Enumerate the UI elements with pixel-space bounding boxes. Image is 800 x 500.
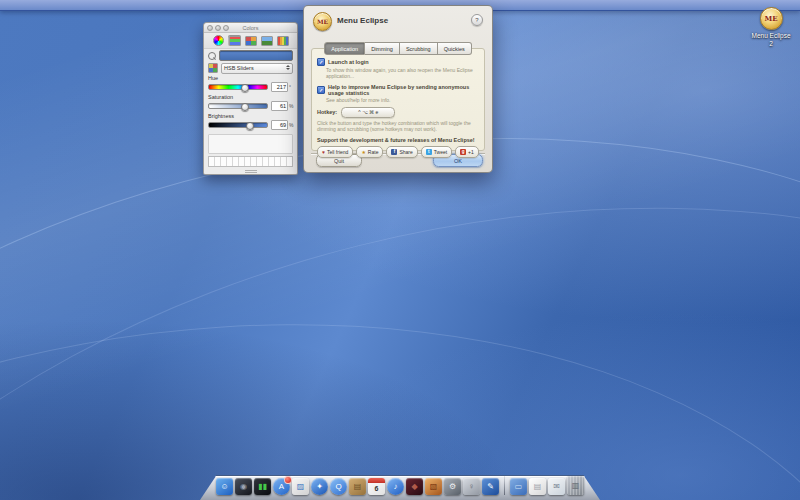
- magnifier-icon[interactable]: [208, 52, 216, 60]
- calendar-dock-icon[interactable]: 6: [368, 478, 385, 495]
- tab-dimming[interactable]: Dimming: [365, 42, 400, 55]
- colors-panel: Colors HSB Sliders Hue217°Saturation61%B…: [203, 22, 298, 175]
- menu-eclipse-window: ME Menu Eclipse ? ApplicationDimmingScru…: [303, 5, 493, 173]
- hue-slider[interactable]: [208, 84, 268, 90]
- safari-dock-icon[interactable]: ✦: [311, 478, 328, 495]
- brightness-unit: %: [289, 122, 293, 128]
- image-palettes-icon[interactable]: [260, 35, 273, 46]
- colors-toolbar: [204, 33, 297, 49]
- utilities-tool-dock-icon[interactable]: ✎: [482, 478, 499, 495]
- colors-title: Colors: [204, 25, 297, 31]
- desktop-icon-label: Menu Eclipse 2: [746, 32, 796, 48]
- hue-label: Hue: [208, 75, 293, 81]
- launch-note: To show this window again, you can also …: [326, 67, 479, 80]
- photos-dock-icon[interactable]: ▧: [425, 478, 442, 495]
- color-well-area: [208, 134, 293, 154]
- hotkey-button[interactable]: ^ ⌥ ⌘ e: [341, 107, 395, 118]
- slider-mode-value: HSB Sliders: [224, 65, 254, 71]
- photo-booth-dock-icon[interactable]: ◉: [235, 478, 252, 495]
- saturation-slider-thumb[interactable]: [241, 103, 249, 111]
- activity-monitor-dock-icon[interactable]: ▮▮: [254, 478, 271, 495]
- sliders: Hue217°Saturation61%Brightness69%: [204, 74, 297, 132]
- hue-unit: °: [289, 84, 293, 90]
- documents-folder-dock-icon[interactable]: ▭: [510, 478, 527, 495]
- rate-icon: ★: [361, 150, 365, 155]
- support-tweet-button[interactable]: tTweet: [421, 146, 452, 158]
- slider-mode-select[interactable]: HSB Sliders: [221, 63, 293, 74]
- app-icon-monogram: ME: [764, 14, 777, 23]
- swatch-grid: [208, 156, 293, 167]
- brightness-label: Brightness: [208, 113, 293, 119]
- mail-window-dock-icon[interactable]: ✉: [548, 478, 565, 495]
- window-titlebar[interactable]: ME Menu Eclipse ?: [304, 6, 492, 38]
- saturation-unit: %: [289, 103, 293, 109]
- document-stack-dock-icon[interactable]: ▤: [529, 478, 546, 495]
- tab-quickies[interactable]: Quickies: [438, 42, 472, 55]
- stats-note: See about/help for more info.: [326, 97, 479, 103]
- color-palettes-icon[interactable]: [244, 35, 257, 46]
- brightness-slider[interactable]: [208, 122, 268, 128]
- current-color-swatch[interactable]: [219, 50, 293, 61]
- support-buttons: ♥Tell friend★RatefSharetTweetg+1: [317, 146, 479, 158]
- tweet-icon: t: [426, 149, 432, 155]
- share-icon: f: [391, 149, 397, 155]
- tell-friend-icon: ♥: [322, 150, 325, 155]
- trash-dock-icon[interactable]: ▥: [567, 476, 584, 495]
- itunes-dock-icon[interactable]: ♪: [387, 478, 404, 495]
- select-arrows-icon: [286, 65, 290, 70]
- support-tell-friend-button[interactable]: ♥Tell friend: [317, 146, 353, 158]
- hue-slider-thumb[interactable]: [241, 84, 249, 92]
- finder-dock-icon[interactable]: ☺: [216, 478, 233, 495]
- usage-statistics-label: Help to improve Menu Eclipse by sending …: [328, 84, 479, 96]
- hotkey-row: Hotkey: ^ ⌥ ⌘ e: [317, 107, 479, 118]
- launch-at-login-checkbox[interactable]: ✓: [317, 58, 325, 66]
- resize-handle[interactable]: [204, 168, 297, 174]
- tab-bar: ApplicationDimmingScrubbingQuickies: [304, 42, 492, 55]
- hotkey-note: Click the button and type the hotkey com…: [317, 120, 479, 133]
- dock-icons: ☺◉▮▮A▨✦Q▤6♪◆▧⚙♀✎▭▤✉▥: [216, 475, 584, 495]
- saturation-label: Saturation: [208, 94, 293, 100]
- saturation-value-field[interactable]: 61: [271, 101, 288, 111]
- color-wheel-icon[interactable]: [212, 35, 225, 46]
- color-search-row: [204, 49, 297, 62]
- brightness-value-field[interactable]: 69: [271, 120, 288, 130]
- support-1-button[interactable]: g+1: [455, 146, 479, 158]
- support-heading: Support the development & future release…: [317, 137, 479, 143]
- application-tab-content: ✓ Launch at login To show this window ag…: [311, 48, 485, 151]
- colors-titlebar[interactable]: Colors: [204, 23, 297, 33]
- help-button[interactable]: ?: [471, 14, 483, 26]
- hotkey-label: Hotkey:: [317, 109, 337, 115]
- saturation-slider[interactable]: [208, 103, 268, 109]
- quicktime-dock-icon[interactable]: Q: [330, 478, 347, 495]
- menu-eclipse-window-icon: ME: [313, 12, 332, 31]
- brightness-slider-thumb[interactable]: [246, 122, 254, 130]
- hue-value-field[interactable]: 217: [271, 82, 288, 92]
- dock: ☺◉▮▮A▨✦Q▤6♪◆▧⚙♀✎▭▤✉▥: [200, 468, 600, 500]
- support-rate-button[interactable]: ★Rate: [356, 146, 383, 158]
- 1-icon: g: [460, 149, 466, 155]
- desktop: ME Menu Eclipse 2 Colors HSB Sliders Hue…: [0, 0, 800, 500]
- mini-palette-icon[interactable]: [208, 63, 218, 73]
- dock-separator: [504, 475, 505, 495]
- menu-eclipse-app-icon[interactable]: ME: [760, 7, 783, 30]
- tab-application[interactable]: Application: [324, 42, 365, 55]
- contacts-dock-icon[interactable]: ▤: [349, 478, 366, 495]
- dvd-player-dock-icon[interactable]: ◆: [406, 478, 423, 495]
- app-store-dock-icon[interactable]: A: [273, 478, 290, 495]
- swatch-cell[interactable]: [287, 157, 292, 166]
- color-sliders-icon[interactable]: [228, 35, 241, 46]
- system-preferences-dock-icon[interactable]: ⚙: [444, 478, 461, 495]
- support-share-button[interactable]: fShare: [386, 146, 417, 158]
- tab-scrubbing[interactable]: Scrubbing: [400, 42, 438, 55]
- notification-badge: [284, 476, 292, 484]
- preview-dock-icon[interactable]: ▨: [292, 478, 309, 495]
- usage-statistics-checkbox[interactable]: ✓: [317, 86, 325, 94]
- launch-at-login-row: ✓ Launch at login: [317, 58, 479, 66]
- window-title: Menu Eclipse: [337, 16, 388, 25]
- mode-row: HSB Sliders: [204, 62, 297, 74]
- keychain-access-dock-icon[interactable]: ♀: [463, 478, 480, 495]
- usage-statistics-row: ✓ Help to improve Menu Eclipse by sendin…: [317, 84, 479, 96]
- crayons-icon[interactable]: [276, 35, 289, 46]
- launch-at-login-label: Launch at login: [328, 59, 369, 65]
- desktop-icon-menu-eclipse[interactable]: ME Menu Eclipse 2: [746, 7, 796, 48]
